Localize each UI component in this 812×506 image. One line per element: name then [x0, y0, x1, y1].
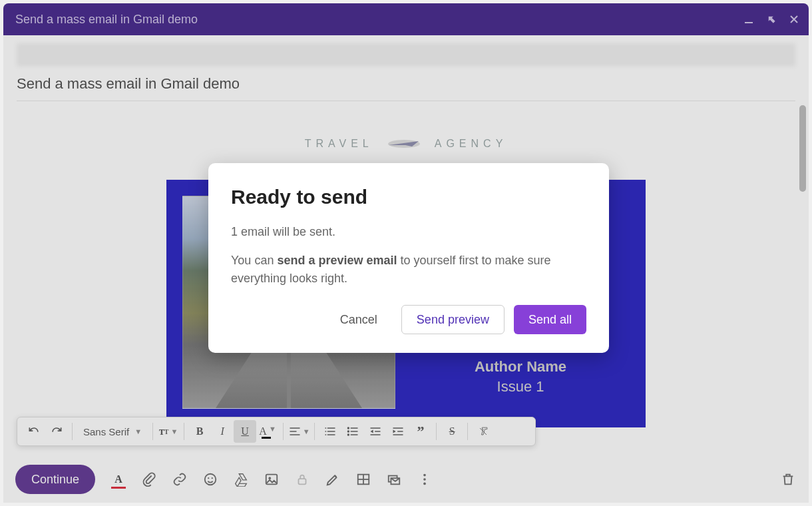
signature-icon[interactable] [324, 471, 341, 488]
title-bar: Send a mass email in Gmail demo [3, 3, 809, 35]
align-icon[interactable]: ▼ [288, 420, 310, 443]
indent-less-icon[interactable] [364, 420, 387, 443]
author-name: Author Name [475, 358, 566, 376]
layout-icon[interactable] [355, 471, 372, 488]
svg-point-4 [347, 433, 349, 435]
strikethrough-icon[interactable]: S [441, 420, 463, 443]
redo-icon[interactable] [45, 420, 68, 443]
svg-point-9 [268, 477, 271, 479]
mail-merge-icon[interactable] [385, 471, 403, 488]
dialog-line2: You can send a preview email to yourself… [231, 252, 586, 288]
svg-point-3 [347, 430, 349, 432]
italic-icon[interactable]: I [211, 420, 234, 443]
attach-icon[interactable] [140, 471, 158, 488]
issue-label: Issue 1 [497, 378, 544, 395]
svg-rect-0 [745, 22, 753, 23]
bold-icon[interactable]: B [188, 420, 211, 443]
svg-rect-10 [299, 479, 306, 484]
indent-more-icon[interactable] [387, 420, 409, 443]
cancel-button[interactable]: Cancel [325, 305, 392, 334]
text-color-icon[interactable]: A▼ [256, 420, 279, 443]
emoji-icon[interactable] [202, 471, 219, 488]
plane-icon [385, 134, 423, 153]
continue-button[interactable]: Continue [15, 465, 95, 494]
svg-point-2 [347, 427, 349, 429]
text-format-icon[interactable]: A [110, 471, 127, 488]
svg-point-16 [423, 474, 426, 477]
brand-left: TRAVEL [305, 138, 373, 150]
numbered-list-icon[interactable] [319, 420, 341, 443]
confidential-icon[interactable] [294, 471, 311, 488]
send-all-button[interactable]: Send all [514, 305, 586, 334]
formatting-toolbar: Sans Serif ▼ тT▼ B I U A▼ ▼ ” S [17, 417, 536, 446]
dialog-buttons: Cancel Send preview Send all [231, 305, 586, 334]
brand-header: TRAVEL AGENCY [3, 134, 809, 153]
svg-point-6 [208, 477, 209, 479]
undo-icon[interactable] [23, 420, 45, 443]
scroll-thumb[interactable] [799, 105, 806, 192]
compose-window: Send a mass email in Gmail demo Send a m… [3, 3, 809, 503]
insert-tools: A [110, 471, 433, 488]
dialog-line2-prefix: You can [231, 254, 277, 267]
svg-point-5 [205, 474, 216, 485]
window-controls [742, 3, 801, 35]
font-name: Sans Serif [83, 426, 129, 437]
font-select[interactable]: Sans Serif ▼ [77, 426, 148, 437]
svg-point-18 [423, 483, 426, 485]
window-title: Send a mass email in Gmail demo [15, 13, 198, 27]
svg-point-17 [423, 478, 426, 481]
chevron-down-icon: ▼ [134, 427, 142, 435]
minimize-icon[interactable] [742, 13, 755, 26]
dialog-title: Ready to send [231, 186, 586, 208]
subject-field[interactable]: Send a mass email in Gmail demo [17, 75, 795, 101]
compose-headers: Send a mass email in Gmail demo [3, 35, 809, 101]
bulleted-list-icon[interactable] [341, 420, 364, 443]
recipients-field[interactable] [17, 43, 795, 66]
brand-right: AGENCY [435, 138, 508, 150]
dialog-line1: 1 email will be sent. [231, 223, 586, 241]
svg-point-7 [212, 477, 213, 479]
close-icon[interactable] [787, 13, 801, 26]
drive-icon[interactable] [232, 471, 250, 488]
compose-bottom-bar: Continue A [3, 456, 809, 503]
dialog-line2-bold: send a preview email [277, 254, 397, 267]
discard-icon[interactable] [779, 471, 797, 488]
link-icon[interactable] [171, 471, 188, 488]
underline-icon[interactable]: U [234, 420, 256, 443]
quote-icon[interactable]: ” [409, 420, 432, 443]
clear-formatting-icon[interactable] [472, 420, 495, 443]
ready-to-send-dialog: Ready to send 1 email will be sent. You … [208, 163, 609, 353]
collapse-icon[interactable] [765, 13, 778, 26]
font-size-icon[interactable]: тT▼ [157, 420, 180, 443]
send-preview-button[interactable]: Send preview [401, 305, 505, 334]
insert-image-icon[interactable] [263, 471, 280, 488]
more-icon[interactable] [416, 471, 433, 488]
